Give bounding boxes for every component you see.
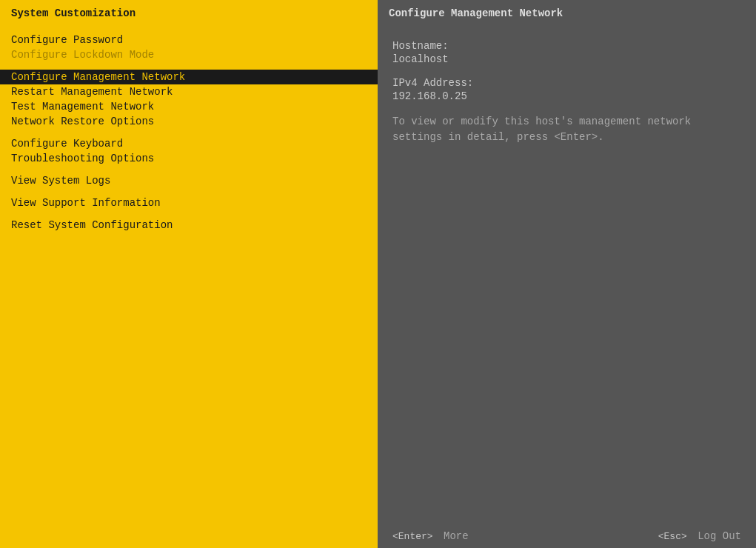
menu-item-configure-management-network[interactable]: Configure Management Network bbox=[0, 70, 378, 84]
right-content: Hostname: localhost IPv4 Address: 192.16… bbox=[378, 25, 756, 524]
main-area: System Customization Configure PasswordC… bbox=[0, 0, 756, 524]
menu-item-view-system-logs[interactable]: View System Logs bbox=[0, 173, 378, 188]
menu-item-network-restore-options[interactable]: Network Restore Options bbox=[0, 114, 378, 129]
menu-item-restart-management-network[interactable]: Restart Management Network bbox=[0, 84, 378, 99]
menu-item-view-support-information[interactable]: View Support Information bbox=[0, 196, 378, 210]
menu-spacer bbox=[0, 166, 378, 173]
menu-item-configure-keyboard[interactable]: Configure Keyboard bbox=[0, 136, 378, 151]
ipv4-label: IPv4 Address: bbox=[392, 77, 741, 89]
screen: System Customization Configure PasswordC… bbox=[0, 0, 756, 548]
menu-item-test-management-network[interactable]: Test Management Network bbox=[0, 99, 378, 114]
left-menu: Configure PasswordConfigure Lockdown Mod… bbox=[0, 25, 378, 524]
enter-hint[interactable]: <Enter> More bbox=[392, 530, 469, 542]
menu-spacer bbox=[0, 62, 378, 70]
left-panel-title: System Customization bbox=[0, 0, 378, 25]
left-panel: System Customization Configure PasswordC… bbox=[0, 0, 378, 524]
description: To view or modify this host's management… bbox=[392, 114, 741, 145]
menu-item-configure-password[interactable]: Configure Password bbox=[0, 33, 378, 47]
right-panel-title: Configure Management Network bbox=[378, 0, 756, 25]
right-panel: Configure Management Network Hostname: l… bbox=[378, 0, 756, 524]
hostname-label: Hostname: bbox=[392, 40, 741, 52]
menu-item-troubleshooting-options[interactable]: Troubleshooting Options bbox=[0, 151, 378, 166]
ipv4-value: 192.168.0.25 bbox=[392, 90, 741, 102]
menu-item-configure-lockdown[interactable]: Configure Lockdown Mode bbox=[0, 47, 378, 62]
bottom-left bbox=[0, 524, 378, 548]
bottom-right: <Enter> More <Esc> Log Out bbox=[378, 524, 756, 548]
esc-hint[interactable]: <Esc> Log Out bbox=[658, 530, 741, 542]
menu-item-reset-system-configuration[interactable]: Reset System Configuration bbox=[0, 218, 378, 233]
hostname-value: localhost bbox=[392, 53, 741, 65]
menu-spacer bbox=[0, 188, 378, 196]
menu-spacer bbox=[0, 210, 378, 218]
bottom-bar: <Enter> More <Esc> Log Out bbox=[0, 524, 756, 548]
menu-spacer bbox=[0, 129, 378, 136]
